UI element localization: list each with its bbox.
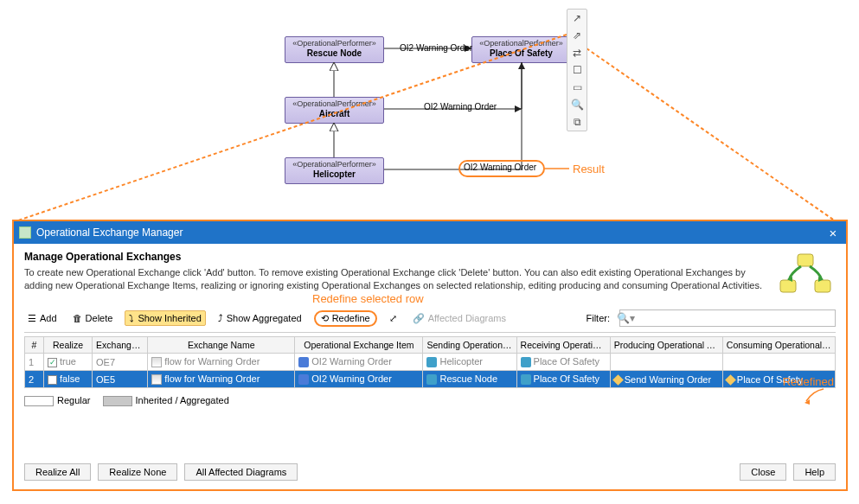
agent-icon	[426, 357, 437, 367]
node-label: Rescue Node	[292, 48, 376, 59]
agent-icon	[521, 374, 531, 385]
node-aircraft[interactable]: «OperationalPerformer» Aircraft	[285, 97, 384, 124]
node-label: Helicopter	[292, 169, 376, 180]
close-button[interactable]: Close	[740, 463, 786, 481]
realize-none-button[interactable]: Realize None	[98, 463, 177, 481]
cell-producing[interactable]	[610, 354, 722, 371]
cell-receiving[interactable]: Place Of Safety	[516, 371, 610, 388]
stereotype-label: «OperationalPerformer»	[292, 39, 376, 48]
delete-button[interactable]: 🗑 Delete	[69, 311, 117, 325]
table-row[interactable]: 1trueOE7flow for Warning OrderOI2 Warnin…	[25, 354, 836, 371]
cell-item[interactable]: OI2 Warning Order	[295, 354, 423, 371]
svg-rect-10	[798, 254, 813, 266]
info-icon	[298, 357, 309, 367]
svg-rect-11	[780, 280, 796, 292]
node-label: Place Of Safety	[479, 48, 563, 59]
tool-select-icon[interactable]: ▭	[570, 80, 584, 94]
cell-realize[interactable]: false	[44, 371, 93, 388]
col-receiving[interactable]: Receiving Operational Agent	[516, 337, 610, 354]
chain-icon: 🔗	[413, 313, 425, 324]
search-icon: 🔍▾	[613, 312, 635, 324]
activity-icon	[612, 374, 624, 386]
cell-exid[interactable]: OE5	[93, 371, 148, 388]
legend-inherited-swatch	[103, 396, 132, 406]
col-exname[interactable]: Exchange Name	[148, 337, 295, 354]
flow-icon	[151, 374, 162, 385]
cell-sending[interactable]: Helicopter	[423, 354, 516, 371]
node-label: Aircraft	[292, 109, 376, 119]
redefine-icon: ⟲	[321, 313, 329, 324]
show-inherited-toggle[interactable]: ⤵ Show Inherited	[125, 310, 205, 326]
filter-label: Filter:	[587, 313, 611, 323]
flow-icon	[151, 357, 162, 367]
node-helicopter[interactable]: «OperationalPerformer» Helicopter	[285, 157, 384, 184]
cell-exname[interactable]: flow for Warning Order	[148, 371, 295, 388]
result-connector	[545, 161, 571, 176]
tool-copy-icon[interactable]: ⧉	[570, 115, 584, 129]
edge-label: OI2 Warning Order	[400, 43, 472, 53]
edges	[0, 0, 859, 225]
cell-sending[interactable]: Rescue Node	[423, 371, 516, 388]
help-button[interactable]: Help	[793, 463, 836, 481]
realize-checkbox[interactable]	[48, 358, 57, 367]
cell-realize[interactable]: true	[44, 354, 93, 371]
activity-icon	[725, 374, 736, 386]
tool-exchange-icon[interactable]: ⇄	[570, 46, 584, 60]
stereotype-label: «OperationalPerformer»	[292, 160, 376, 169]
stereotype-label: «OperationalPerformer»	[479, 39, 563, 48]
exchange-table: # Realize Exchange ID Exchange Name Oper…	[24, 336, 836, 388]
dialog-description: To create new Operational Exchange click…	[24, 266, 765, 292]
aggregated-icon: ⤴	[218, 313, 223, 323]
add-icon: ☰	[28, 313, 36, 324]
cell-exid[interactable]: OE7	[93, 354, 148, 371]
col-sending[interactable]: Sending Operational Agent	[423, 337, 516, 354]
col-item[interactable]: Operational Exchange Item	[295, 337, 423, 354]
tool-connector-icon[interactable]: ↗	[570, 11, 584, 25]
cell-item[interactable]: OI2 Warning Order	[295, 371, 423, 388]
cell-receiving[interactable]: Place Of Safety	[516, 354, 610, 371]
node-safety[interactable]: «OperationalPerformer» Place Of Safety	[471, 36, 571, 63]
redefine-button[interactable]: ⟲ Redefine	[314, 310, 377, 327]
dialog-footer: Realize All Realize None All Affected Di…	[24, 455, 836, 481]
legend-regular-swatch	[24, 396, 54, 406]
dialog-heading: Manage Operational Exchanges	[24, 251, 765, 263]
expand-button[interactable]: ⤢	[386, 311, 401, 326]
callout-redefined: Redefined	[783, 375, 834, 388]
table-header-row: # Realize Exchange ID Exchange Name Oper…	[25, 337, 836, 354]
agent-icon	[426, 374, 437, 385]
agent-icon	[521, 357, 531, 367]
add-button[interactable]: ☰ Add	[24, 311, 61, 326]
close-icon[interactable]: ×	[825, 226, 841, 240]
cell-producing[interactable]: Send Warning Order	[610, 371, 722, 388]
all-affected-button[interactable]: All Affected Diagrams	[184, 463, 298, 481]
legend-inherited-label: Inherited / Aggregated	[136, 395, 229, 405]
tool-search-icon[interactable]: 🔍	[570, 98, 584, 112]
cell-num[interactable]: 1	[25, 354, 44, 371]
col-num[interactable]: #	[25, 337, 44, 354]
affected-diagrams-button[interactable]: 🔗 Affected Diagrams	[409, 311, 510, 326]
col-producing[interactable]: Producing Operational Activity	[610, 337, 722, 354]
result-label: Result	[573, 163, 605, 175]
inherited-icon: ⤵	[129, 313, 134, 323]
node-rescue[interactable]: «OperationalPerformer» Rescue Node	[285, 36, 384, 63]
dialog-titlebar: Operational Exchange Manager ×	[14, 221, 846, 244]
tool-realization-icon[interactable]: ⇗	[570, 29, 584, 42]
realize-all-button[interactable]: Realize All	[24, 463, 91, 481]
filter-input[interactable]	[619, 309, 836, 327]
tool-add-icon[interactable]: ☐	[570, 63, 584, 77]
cell-num[interactable]: 2	[25, 371, 44, 388]
callout-redefine-row: Redefine selected row	[312, 292, 424, 305]
table-row[interactable]: 2falseOE5flow for Warning OrderOI2 Warni…	[25, 371, 836, 388]
col-exid[interactable]: Exchange ID	[93, 337, 148, 354]
legend-regular-label: Regular	[57, 395, 91, 405]
dialog-toolbar: ☰ Add 🗑 Delete ⤵ Show Inherited ⤴ Show A…	[24, 309, 836, 333]
realize-checkbox[interactable]	[48, 375, 57, 385]
cell-consuming[interactable]	[722, 354, 835, 371]
cell-exname[interactable]: flow for Warning Order	[148, 354, 295, 371]
show-aggregated-toggle[interactable]: ⤴ Show Aggregated	[215, 311, 305, 325]
col-realize[interactable]: Realize	[44, 337, 93, 354]
app-icon	[19, 226, 31, 239]
info-icon	[298, 374, 309, 385]
diagram-canvas: «OperationalPerformer» Rescue Node «Oper…	[0, 0, 859, 504]
col-consuming[interactable]: Consuming Operational Activity	[722, 337, 835, 354]
